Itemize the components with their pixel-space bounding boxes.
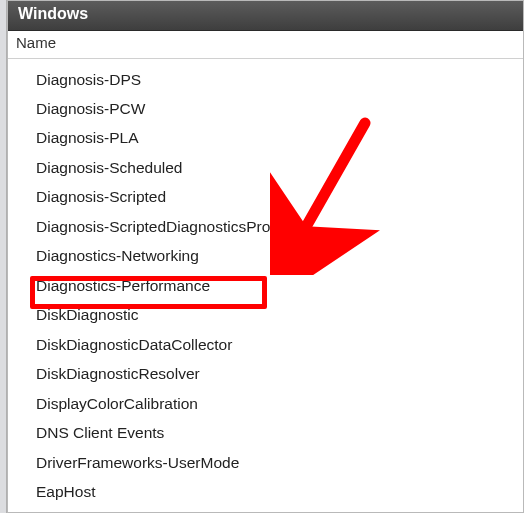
list-item[interactable]: DiskDiagnosticResolver xyxy=(8,360,523,389)
list-item[interactable]: Diagnostics-Networking xyxy=(8,242,523,271)
list-item[interactable]: Diagnosis-PCW xyxy=(8,94,523,123)
list-item-label: DisplayColorCalibration xyxy=(36,395,198,412)
list-item[interactable]: Diagnosis-Scripted xyxy=(8,183,523,212)
list-item-label: DiskDiagnosticDataCollector xyxy=(36,336,232,353)
window-frame: Windows Name Diagnosis-DPSDiagnosis-PCWD… xyxy=(7,0,524,513)
window-title: Windows xyxy=(18,5,88,22)
list-item[interactable]: DNS Client Events xyxy=(8,419,523,448)
column-header-name[interactable]: Name xyxy=(8,31,523,55)
list-item[interactable]: Diagnosis-PLA xyxy=(8,124,523,153)
window-titlebar: Windows xyxy=(8,1,523,31)
list-item[interactable]: DisplayColorCalibration xyxy=(8,389,523,418)
column-header-row[interactable]: Name xyxy=(8,31,523,59)
list-item[interactable]: DiskDiagnostic xyxy=(8,301,523,330)
list-item[interactable]: Diagnosis-Scheduled xyxy=(8,153,523,182)
list-item-label: Diagnosis-Scripted xyxy=(36,188,166,205)
list-item-label: DiskDiagnosticResolver xyxy=(36,365,200,382)
list-item[interactable]: Diagnostics-Performance xyxy=(8,271,523,300)
left-gutter xyxy=(0,0,7,513)
list-item[interactable]: EapHost xyxy=(8,478,523,507)
list-item-label: EapHost xyxy=(36,483,95,500)
list-item-label: Diagnostics-Performance xyxy=(36,277,210,294)
list-item-label: Diagnostics-Networking xyxy=(36,247,199,264)
list-item[interactable]: DiskDiagnosticDataCollector xyxy=(8,330,523,359)
list-item[interactable]: DriverFrameworks-UserMode xyxy=(8,448,523,477)
list-item-label: Diagnosis-PLA xyxy=(36,129,139,146)
list-item-label: Diagnosis-DPS xyxy=(36,71,141,88)
list-item-label: Diagnosis-PCW xyxy=(36,100,145,117)
item-list: Diagnosis-DPSDiagnosis-PCWDiagnosis-PLAD… xyxy=(8,59,523,507)
list-item[interactable]: Diagnosis-DPS xyxy=(8,65,523,94)
list-item-label: Diagnosis-ScriptedDiagnosticsProvider xyxy=(36,218,304,235)
list-panel: Name Diagnosis-DPSDiagnosis-PCWDiagnosis… xyxy=(8,31,523,507)
list-item-label: DiskDiagnostic xyxy=(36,306,139,323)
list-item-label: Diagnosis-Scheduled xyxy=(36,159,182,176)
list-item-label: DNS Client Events xyxy=(36,424,164,441)
list-item-label: DriverFrameworks-UserMode xyxy=(36,454,239,471)
list-item[interactable]: Diagnosis-ScriptedDiagnosticsProvider xyxy=(8,212,523,241)
